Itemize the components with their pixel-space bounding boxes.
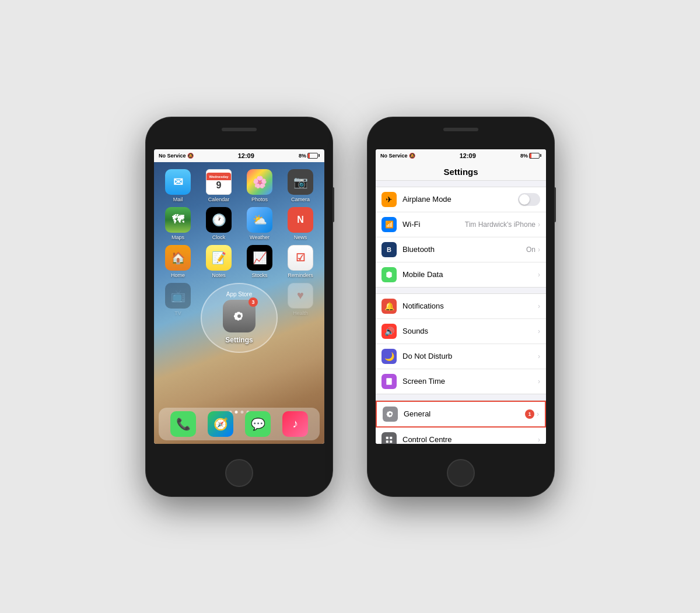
- screentime-value: ›: [538, 377, 540, 386]
- dock-safari[interactable]: 🧭: [208, 411, 233, 437]
- notifications-chevron: ›: [538, 302, 540, 310]
- settings-group-2: 🔔 Notifications › 🔊 Sounds ›: [376, 293, 546, 394]
- spotlight-circle: App Store 3 Settings: [201, 283, 278, 353]
- settings-row-screentime[interactable]: Screen Time ›: [376, 369, 546, 394]
- settings-row-wifi[interactable]: 📶 Wi-Fi Tim Hardwick's iPhone ›: [376, 212, 546, 237]
- wifi-value: Tim Hardwick's iPhone ›: [465, 220, 540, 229]
- app-tv[interactable]: 📺 TV: [160, 283, 196, 353]
- controlcentre-chevron: ›: [538, 436, 540, 444]
- general-badge: 1: [525, 409, 534, 419]
- app-mail[interactable]: ✉ Mail: [160, 169, 196, 202]
- settings-row-donotdisturb[interactable]: 🌙 Do Not Disturb ›: [376, 344, 546, 369]
- app-clock[interactable]: 🕐 Clock: [201, 207, 237, 240]
- notifications-content: Notifications ›: [402, 302, 540, 310]
- app-notes[interactable]: 📝 Notes: [201, 245, 237, 278]
- general-icon: [383, 407, 398, 422]
- screentime-chevron: ›: [538, 377, 540, 386]
- app-weather[interactable]: ⛅ Weather: [242, 207, 278, 240]
- carrier-left: No Service 🔕: [159, 153, 194, 159]
- status-bar-right: No Service 🔕 12:09 8%: [376, 149, 546, 162]
- airplane-icon: ✈: [382, 192, 397, 207]
- app-calendar[interactable]: Wednesday 9 Calendar: [201, 169, 237, 202]
- health-icon: ♥: [288, 283, 313, 309]
- sounds-chevron: ›: [538, 327, 540, 335]
- clock-label: Clock: [212, 234, 226, 240]
- tv-icon: 📺: [165, 283, 191, 309]
- general-chevron: ›: [537, 410, 539, 418]
- camera-icon: 📷: [288, 169, 313, 195]
- battery-icon-right: [529, 153, 541, 159]
- notifications-icon: 🔔: [382, 299, 397, 314]
- controlcentre-value: ›: [538, 436, 540, 444]
- app-photos[interactable]: 🌸 Photos: [242, 169, 278, 202]
- controlcentre-content: Control Centre ›: [402, 435, 540, 444]
- carrier-right: No Service 🔕: [380, 153, 415, 159]
- stocks-label: Stocks: [251, 272, 267, 278]
- weather-icon: ⛅: [247, 207, 272, 233]
- bluetooth-chevron: ›: [538, 246, 540, 254]
- mail-icon: ✉: [165, 169, 191, 195]
- home-label: Home: [171, 272, 185, 278]
- photos-icon: 🌸: [247, 169, 272, 195]
- settings-row-general[interactable]: General 1 ›: [376, 401, 546, 428]
- app-grid: ✉ Mail Wednesday 9 Calendar 🌸 Photos 📷: [154, 164, 324, 283]
- airplane-label: Airplane Mode: [402, 195, 452, 204]
- settings-row-controlcentre[interactable]: Control Centre ›: [376, 428, 546, 444]
- airplane-content: Airplane Mode: [402, 193, 540, 206]
- sounds-value: ›: [538, 327, 540, 335]
- settings-group-3: General 1 › Control Centre ›: [376, 400, 546, 444]
- reminders-icon: ☑: [288, 245, 313, 271]
- wifi-content: Wi-Fi Tim Hardwick's iPhone ›: [402, 220, 540, 229]
- calendar-icon: Wednesday 9: [206, 169, 232, 195]
- app-stocks[interactable]: 📈 Stocks: [242, 245, 278, 278]
- screentime-icon: [382, 374, 397, 389]
- dock-phone[interactable]: 📞: [170, 411, 196, 437]
- donotdisturb-label: Do Not Disturb: [402, 352, 452, 360]
- battery-pct-right: 8%: [520, 153, 528, 159]
- settings-row-sounds[interactable]: 🔊 Sounds ›: [376, 319, 546, 344]
- dock: 📞 🧭 💬 ♪: [159, 408, 320, 440]
- dock-music[interactable]: ♪: [282, 411, 308, 437]
- settings-row-mobiledata[interactable]: Mobile Data ›: [376, 262, 546, 287]
- airplane-toggle[interactable]: [518, 193, 540, 206]
- settings-row-bluetooth[interactable]: B Bluetooth On ›: [376, 237, 546, 262]
- news-label: News: [294, 234, 307, 240]
- app-reminders[interactable]: ☑ Reminders: [282, 245, 318, 278]
- settings-row-airplane[interactable]: ✈ Airplane Mode: [376, 187, 546, 212]
- news-icon: N: [288, 207, 313, 233]
- health-label: Health: [293, 310, 308, 316]
- maps-icon: 🗺: [165, 207, 191, 233]
- svg-rect-6: [386, 440, 388, 443]
- home-button-left[interactable]: [225, 459, 253, 487]
- phone-icon: 📞: [170, 411, 196, 437]
- app-maps[interactable]: 🗺 Maps: [160, 207, 196, 240]
- controlcentre-label: Control Centre: [402, 435, 452, 444]
- clock-icon: 🕐: [206, 207, 232, 233]
- app-news[interactable]: N News: [282, 207, 318, 240]
- music-icon: ♪: [282, 411, 308, 437]
- calendar-label: Calendar: [208, 197, 230, 202]
- bluetooth-label: Bluetooth: [402, 245, 435, 254]
- carrier-text-right: No Service: [380, 153, 408, 159]
- svg-rect-4: [386, 436, 388, 439]
- wifi-network: Tim Hardwick's iPhone: [465, 220, 536, 229]
- settings-group-1: ✈ Airplane Mode 📶 Wi-Fi Tim Hardwick's i…: [376, 187, 546, 288]
- safari-icon: 🧭: [208, 411, 233, 437]
- dock-messages[interactable]: 💬: [245, 411, 271, 437]
- svg-rect-7: [390, 440, 392, 443]
- battery-icon-left: [307, 153, 320, 159]
- app-health[interactable]: ♥ Health: [282, 283, 318, 353]
- photos-label: Photos: [251, 197, 268, 202]
- settings-row-notifications[interactable]: 🔔 Notifications ›: [376, 294, 546, 319]
- bluetooth-content: Bluetooth On ›: [402, 245, 540, 254]
- bluetooth-status: On: [526, 246, 536, 254]
- general-label: General: [404, 409, 430, 418]
- phone-right: No Service 🔕 12:09 8% Settings ✈: [368, 117, 554, 496]
- app-camera[interactable]: 📷 Camera: [282, 169, 318, 202]
- notes-label: Notes: [212, 272, 226, 278]
- bluetooth-icon: B: [382, 242, 397, 257]
- time-left: 12:09: [238, 152, 254, 159]
- app-home[interactable]: 🏠 Home: [160, 245, 196, 278]
- bluetooth-value: On ›: [526, 246, 540, 254]
- home-button-right[interactable]: [447, 459, 475, 487]
